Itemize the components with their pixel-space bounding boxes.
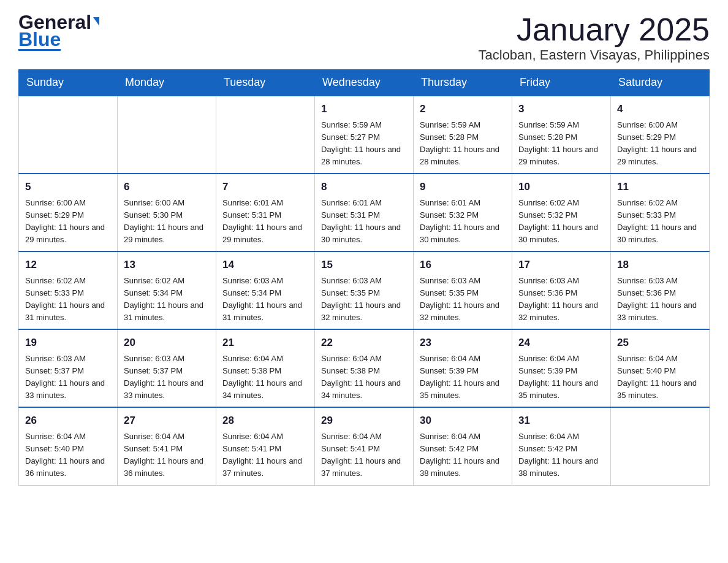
cell-info-text: Sunrise: 6:01 AM Sunset: 5:32 PM Dayligh… bbox=[420, 197, 506, 247]
calendar-cell bbox=[118, 96, 216, 174]
cell-date-number: 26 bbox=[25, 413, 111, 429]
cell-info-text: Sunrise: 5:59 AM Sunset: 5:28 PM Dayligh… bbox=[518, 119, 604, 169]
cell-info-text: Sunrise: 6:00 AM Sunset: 5:29 PM Dayligh… bbox=[617, 119, 703, 169]
calendar-cell bbox=[19, 96, 118, 174]
calendar-cell: 30Sunrise: 6:04 AM Sunset: 5:42 PM Dayli… bbox=[414, 407, 512, 485]
calendar-cell: 2Sunrise: 5:59 AM Sunset: 5:28 PM Daylig… bbox=[414, 96, 512, 174]
cell-date-number: 11 bbox=[617, 179, 703, 195]
cell-date-number: 12 bbox=[25, 257, 111, 273]
cell-date-number: 7 bbox=[222, 179, 308, 195]
calendar-cell: 17Sunrise: 6:03 AM Sunset: 5:36 PM Dayli… bbox=[512, 251, 611, 329]
cell-info-text: Sunrise: 6:04 AM Sunset: 5:39 PM Dayligh… bbox=[518, 353, 604, 402]
logo-blue-text: Blue bbox=[18, 29, 61, 51]
calendar-cell: 6Sunrise: 6:00 AM Sunset: 5:30 PM Daylig… bbox=[118, 174, 216, 251]
cell-date-number: 10 bbox=[518, 179, 604, 195]
header-sunday: Sunday bbox=[19, 70, 118, 96]
month-title: January 2025 bbox=[479, 12, 710, 47]
cell-info-text: Sunrise: 6:04 AM Sunset: 5:40 PM Dayligh… bbox=[25, 431, 111, 480]
calendar-cell: 24Sunrise: 6:04 AM Sunset: 5:39 PM Dayli… bbox=[512, 329, 611, 407]
calendar-cell: 1Sunrise: 5:59 AM Sunset: 5:27 PM Daylig… bbox=[315, 96, 414, 174]
cell-date-number: 31 bbox=[518, 413, 604, 429]
week-row-5: 26Sunrise: 6:04 AM Sunset: 5:40 PM Dayli… bbox=[19, 407, 710, 485]
page-header: General Blue January 2025 Tacloban, East… bbox=[18, 12, 710, 63]
cell-info-text: Sunrise: 6:02 AM Sunset: 5:33 PM Dayligh… bbox=[617, 197, 703, 247]
header-friday: Friday bbox=[512, 70, 611, 96]
header-thursday: Thursday bbox=[414, 70, 512, 96]
calendar-cell: 3Sunrise: 5:59 AM Sunset: 5:28 PM Daylig… bbox=[512, 96, 611, 174]
calendar-header-row: SundayMondayTuesdayWednesdayThursdayFrid… bbox=[19, 70, 710, 96]
week-row-3: 12Sunrise: 6:02 AM Sunset: 5:33 PM Dayli… bbox=[19, 251, 710, 329]
cell-info-text: Sunrise: 6:02 AM Sunset: 5:34 PM Dayligh… bbox=[124, 275, 210, 324]
cell-date-number: 23 bbox=[420, 335, 506, 351]
cell-date-number: 1 bbox=[321, 101, 407, 117]
cell-info-text: Sunrise: 6:03 AM Sunset: 5:37 PM Dayligh… bbox=[124, 353, 210, 402]
calendar-cell: 27Sunrise: 6:04 AM Sunset: 5:41 PM Dayli… bbox=[118, 407, 216, 485]
calendar-cell: 7Sunrise: 6:01 AM Sunset: 5:31 PM Daylig… bbox=[216, 174, 315, 251]
cell-info-text: Sunrise: 6:04 AM Sunset: 5:41 PM Dayligh… bbox=[222, 431, 308, 480]
calendar-cell: 5Sunrise: 6:00 AM Sunset: 5:29 PM Daylig… bbox=[19, 174, 118, 251]
cell-date-number: 21 bbox=[222, 335, 308, 351]
logo-triangle-icon bbox=[93, 17, 99, 26]
cell-info-text: Sunrise: 6:00 AM Sunset: 5:30 PM Dayligh… bbox=[124, 197, 210, 247]
cell-info-text: Sunrise: 5:59 AM Sunset: 5:27 PM Dayligh… bbox=[321, 119, 407, 169]
calendar-cell: 4Sunrise: 6:00 AM Sunset: 5:29 PM Daylig… bbox=[611, 96, 710, 174]
week-row-4: 19Sunrise: 6:03 AM Sunset: 5:37 PM Dayli… bbox=[19, 329, 710, 407]
cell-info-text: Sunrise: 6:04 AM Sunset: 5:41 PM Dayligh… bbox=[124, 431, 210, 480]
calendar-cell: 14Sunrise: 6:03 AM Sunset: 5:34 PM Dayli… bbox=[216, 251, 315, 329]
header-wednesday: Wednesday bbox=[315, 70, 414, 96]
week-row-1: 1Sunrise: 5:59 AM Sunset: 5:27 PM Daylig… bbox=[19, 96, 710, 174]
cell-date-number: 27 bbox=[124, 413, 210, 429]
cell-date-number: 24 bbox=[518, 335, 604, 351]
cell-info-text: Sunrise: 6:03 AM Sunset: 5:35 PM Dayligh… bbox=[321, 275, 407, 324]
cell-info-text: Sunrise: 6:04 AM Sunset: 5:42 PM Dayligh… bbox=[420, 431, 506, 480]
cell-date-number: 6 bbox=[124, 179, 210, 195]
cell-date-number: 30 bbox=[420, 413, 506, 429]
cell-date-number: 22 bbox=[321, 335, 407, 351]
calendar-cell: 25Sunrise: 6:04 AM Sunset: 5:40 PM Dayli… bbox=[611, 329, 710, 407]
cell-date-number: 3 bbox=[518, 101, 604, 117]
cell-date-number: 18 bbox=[617, 257, 703, 273]
cell-date-number: 16 bbox=[420, 257, 506, 273]
cell-date-number: 2 bbox=[420, 101, 506, 117]
calendar-table: SundayMondayTuesdayWednesdayThursdayFrid… bbox=[18, 69, 710, 485]
cell-info-text: Sunrise: 6:00 AM Sunset: 5:29 PM Dayligh… bbox=[25, 197, 111, 247]
calendar-cell: 20Sunrise: 6:03 AM Sunset: 5:37 PM Dayli… bbox=[118, 329, 216, 407]
calendar-cell: 10Sunrise: 6:02 AM Sunset: 5:32 PM Dayli… bbox=[512, 174, 611, 251]
cell-info-text: Sunrise: 6:03 AM Sunset: 5:36 PM Dayligh… bbox=[617, 275, 703, 324]
cell-date-number: 14 bbox=[222, 257, 308, 273]
cell-info-text: Sunrise: 6:04 AM Sunset: 5:38 PM Dayligh… bbox=[222, 353, 308, 402]
cell-info-text: Sunrise: 6:01 AM Sunset: 5:31 PM Dayligh… bbox=[222, 197, 308, 247]
cell-date-number: 9 bbox=[420, 179, 506, 195]
calendar-cell: 11Sunrise: 6:02 AM Sunset: 5:33 PM Dayli… bbox=[611, 174, 710, 251]
header-saturday: Saturday bbox=[611, 70, 710, 96]
calendar-cell: 21Sunrise: 6:04 AM Sunset: 5:38 PM Dayli… bbox=[216, 329, 315, 407]
cell-info-text: Sunrise: 6:04 AM Sunset: 5:38 PM Dayligh… bbox=[321, 353, 407, 402]
calendar-cell: 23Sunrise: 6:04 AM Sunset: 5:39 PM Dayli… bbox=[414, 329, 512, 407]
cell-info-text: Sunrise: 6:03 AM Sunset: 5:36 PM Dayligh… bbox=[518, 275, 604, 324]
calendar-cell bbox=[216, 96, 315, 174]
calendar-cell: 18Sunrise: 6:03 AM Sunset: 5:36 PM Dayli… bbox=[611, 251, 710, 329]
cell-date-number: 20 bbox=[124, 335, 210, 351]
cell-date-number: 8 bbox=[321, 179, 407, 195]
cell-info-text: Sunrise: 6:01 AM Sunset: 5:31 PM Dayligh… bbox=[321, 197, 407, 247]
cell-date-number: 29 bbox=[321, 413, 407, 429]
calendar-cell bbox=[611, 407, 710, 485]
calendar-cell: 22Sunrise: 6:04 AM Sunset: 5:38 PM Dayli… bbox=[315, 329, 414, 407]
cell-info-text: Sunrise: 6:03 AM Sunset: 5:37 PM Dayligh… bbox=[25, 353, 111, 402]
cell-date-number: 28 bbox=[222, 413, 308, 429]
title-block: January 2025 Tacloban, Eastern Visayas, … bbox=[479, 12, 710, 63]
header-tuesday: Tuesday bbox=[216, 70, 315, 96]
calendar-cell: 31Sunrise: 6:04 AM Sunset: 5:42 PM Dayli… bbox=[512, 407, 611, 485]
logo: General Blue bbox=[18, 12, 99, 51]
cell-info-text: Sunrise: 6:04 AM Sunset: 5:40 PM Dayligh… bbox=[617, 353, 703, 402]
calendar-cell: 8Sunrise: 6:01 AM Sunset: 5:31 PM Daylig… bbox=[315, 174, 414, 251]
calendar-cell: 29Sunrise: 6:04 AM Sunset: 5:41 PM Dayli… bbox=[315, 407, 414, 485]
cell-date-number: 15 bbox=[321, 257, 407, 273]
cell-date-number: 4 bbox=[617, 101, 703, 117]
cell-info-text: Sunrise: 5:59 AM Sunset: 5:28 PM Dayligh… bbox=[420, 119, 506, 169]
location-title: Tacloban, Eastern Visayas, Philippines bbox=[479, 47, 710, 63]
week-row-2: 5Sunrise: 6:00 AM Sunset: 5:29 PM Daylig… bbox=[19, 174, 710, 251]
cell-info-text: Sunrise: 6:04 AM Sunset: 5:41 PM Dayligh… bbox=[321, 431, 407, 480]
cell-date-number: 25 bbox=[617, 335, 703, 351]
cell-info-text: Sunrise: 6:02 AM Sunset: 5:32 PM Dayligh… bbox=[518, 197, 604, 247]
